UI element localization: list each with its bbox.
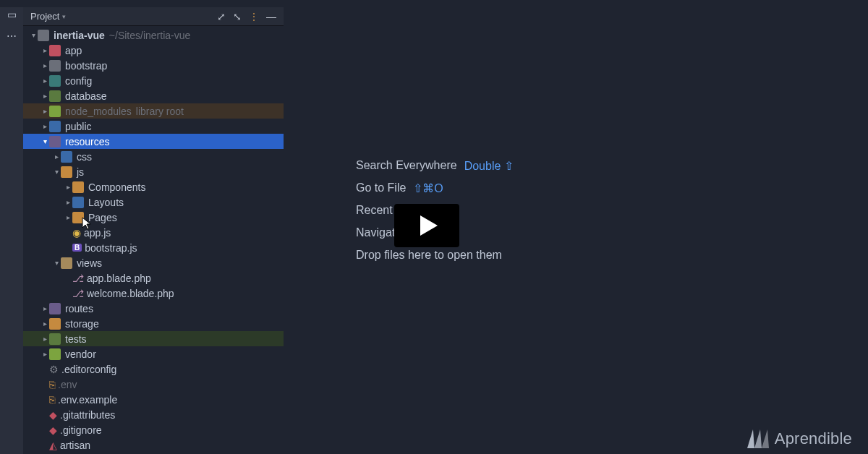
- hint-goto-key: ⇧⌘O: [413, 181, 443, 195]
- chevron-right-icon[interactable]: [41, 107, 49, 115]
- options-icon[interactable]: ⋮: [249, 11, 259, 22]
- tree-file-artisan[interactable]: ◭ artisan: [23, 437, 284, 453]
- monitor-icon[interactable]: ▭: [7, 9, 17, 20]
- minimize-icon[interactable]: —: [266, 11, 276, 22]
- tree-item-label: node_modules: [65, 106, 132, 117]
- tree-item-label: bootstrap.js: [85, 242, 137, 254]
- blade-file-icon: ⎇: [72, 288, 84, 299]
- editor-empty-state: Search Everywhere Double ⇧ Go to File ⇧⌘…: [284, 7, 868, 454]
- tree-folder-pages[interactable]: Pages: [23, 210, 284, 225]
- tool-window-gutter[interactable]: ▭ ⋯: [0, 7, 23, 454]
- folder-icon: [72, 212, 84, 223]
- tree-folder-js[interactable]: js: [23, 164, 284, 179]
- tree-file-gitattributes[interactable]: ◆ .gitattributes: [23, 407, 284, 422]
- tree-item-label: views: [77, 257, 102, 269]
- folder-icon: [49, 90, 61, 102]
- tree-item-label: storage: [65, 318, 99, 330]
- chevron-right-icon[interactable]: [41, 61, 49, 69]
- chevron-right-icon[interactable]: [41, 77, 49, 85]
- project-sidebar: Project ▾ ⤢ ⤡ ⋮ — inertia-vue ~/Sites/in…: [23, 7, 284, 454]
- folder-icon: [49, 75, 61, 87]
- chevron-down-icon[interactable]: [52, 168, 61, 176]
- tree-folder-layouts[interactable]: Layouts: [23, 194, 284, 210]
- video-play-button[interactable]: [394, 204, 459, 247]
- folder-icon: [49, 318, 61, 330]
- chevron-down-icon[interactable]: [52, 259, 61, 267]
- tree-item-label: artisan: [60, 440, 90, 451]
- tree-file-env-example[interactable]: ⎘ .env.example: [23, 392, 284, 407]
- hint-goto-label: Go to File: [356, 181, 406, 195]
- editorconfig-icon: ⚙: [49, 364, 59, 375]
- tree-folder-node-modules[interactable]: node_modules library root: [23, 103, 284, 119]
- git-file-icon: ◆: [49, 424, 57, 436]
- tree-item-label: database: [65, 90, 107, 102]
- folder-icon: [61, 166, 72, 178]
- tree-item-label: vendor: [65, 348, 96, 360]
- laravel-file-icon: ◭: [49, 440, 57, 451]
- folder-icon: [49, 60, 61, 72]
- tree-item-label: Layouts: [88, 197, 124, 208]
- tree-folder-components[interactable]: Components: [23, 179, 284, 194]
- tree-file-appjs[interactable]: ◉ app.js: [23, 225, 284, 240]
- tree-folder-tests[interactable]: tests: [23, 331, 284, 346]
- chevron-right-icon[interactable]: [52, 153, 61, 160]
- sidebar-title-dropdown[interactable]: Project ▾: [30, 11, 66, 22]
- tree-item-hint: library root: [136, 106, 184, 117]
- chevron-right-icon[interactable]: [64, 198, 72, 206]
- chevron-down-icon[interactable]: [41, 137, 49, 145]
- tree-item-label: .gitignore: [60, 424, 102, 436]
- tree-item-label: js: [77, 166, 84, 178]
- chevron-right-icon[interactable]: [41, 304, 49, 312]
- sidebar-title-label: Project: [30, 11, 59, 22]
- watermark-text: Aprendible: [775, 429, 852, 448]
- folder-icon: [49, 45, 61, 56]
- tree-file-env[interactable]: ⎘ .env: [23, 377, 284, 392]
- hint-search-label: Search Everywhere: [356, 159, 457, 173]
- tree-folder-config[interactable]: config: [23, 73, 284, 88]
- chevron-right-icon[interactable]: [64, 213, 72, 221]
- tree-file-bootstrapjs[interactable]: B bootstrap.js: [23, 240, 284, 255]
- chevron-right-icon[interactable]: [41, 320, 49, 327]
- tree-file-app-blade[interactable]: ⎇ app.blade.php: [23, 270, 284, 286]
- tree-root[interactable]: inertia-vue ~/Sites/inertia-vue: [23, 27, 284, 43]
- tree-item-label: .gitattributes: [60, 409, 115, 421]
- chevron-right-icon[interactable]: [41, 335, 49, 343]
- chevron-right-icon[interactable]: [64, 183, 72, 191]
- tree-folder-routes[interactable]: routes: [23, 301, 284, 316]
- collapse-icon[interactable]: ⤡: [233, 11, 242, 22]
- folder-icon: [49, 106, 61, 117]
- project-tree[interactable]: inertia-vue ~/Sites/inertia-vue app boot…: [23, 26, 284, 454]
- tree-folder-resources[interactable]: resources: [23, 134, 284, 149]
- chevron-down-icon: ▾: [62, 13, 66, 20]
- tree-folder-app[interactable]: app: [23, 43, 284, 58]
- expand-icon[interactable]: ⤢: [217, 11, 226, 22]
- chevron-right-icon[interactable]: [41, 122, 49, 130]
- tree-folder-database[interactable]: database: [23, 88, 284, 103]
- folder-icon: [49, 348, 61, 360]
- tree-item-label: .editorconfig: [61, 364, 116, 375]
- tree-file-welcome-blade[interactable]: ⎇ welcome.blade.php: [23, 286, 284, 301]
- tree-folder-views[interactable]: views: [23, 255, 284, 270]
- folder-icon: [49, 303, 61, 314]
- chevron-right-icon[interactable]: [41, 92, 49, 100]
- tree-folder-public[interactable]: public: [23, 119, 284, 134]
- folder-icon: [49, 121, 61, 132]
- chevron-right-icon[interactable]: [41, 46, 49, 54]
- tree-folder-vendor[interactable]: vendor: [23, 346, 284, 361]
- tree-item-label: tests: [65, 333, 87, 345]
- tree-item-label: public: [65, 121, 92, 132]
- chevron-right-icon[interactable]: [41, 350, 49, 358]
- tree-folder-css[interactable]: css: [23, 149, 284, 164]
- more-icon[interactable]: ⋯: [7, 30, 17, 42]
- tree-item-label: app.blade.php: [87, 273, 151, 284]
- bootstrap-file-icon: B: [72, 244, 82, 252]
- tree-folder-bootstrap[interactable]: bootstrap: [23, 58, 284, 73]
- tree-file-editorconfig[interactable]: ⚙ .editorconfig: [23, 361, 284, 377]
- env-file-icon: ⎘: [49, 379, 55, 390]
- chevron-down-icon[interactable]: [29, 31, 38, 39]
- folder-icon: [49, 136, 61, 147]
- tree-folder-storage[interactable]: storage: [23, 316, 284, 331]
- tree-file-gitignore[interactable]: ◆ .gitignore: [23, 422, 284, 437]
- folder-icon: [49, 333, 61, 345]
- tree-item-label: Components: [88, 181, 145, 193]
